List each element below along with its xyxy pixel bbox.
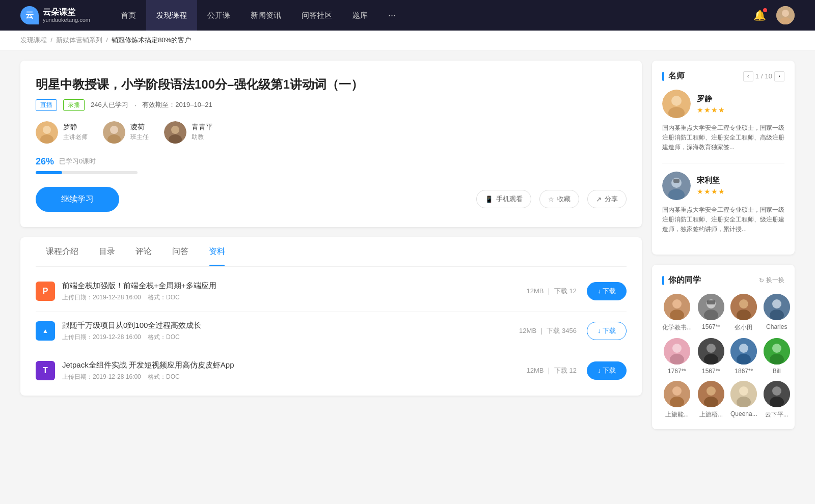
main-layout: 明星中教授课，小学阶段语法100分–强化级第1讲动词（一） 直播 录播 246人… — [0, 50, 815, 450]
nav-quiz[interactable]: 题库 — [342, 0, 378, 31]
sidebar-teacher-2-header: 宋利坚 ★★★★ — [662, 172, 784, 200]
sidebar: 名师 ‹ 1 / 10 › 罗静 ★★★★ — [652, 61, 795, 439]
svg-point-24 — [704, 310, 718, 320]
logo[interactable]: 云 云朵课堂 yunduoketang.com — [20, 6, 90, 24]
nav-open[interactable]: 公开课 — [197, 0, 240, 31]
classmate-8: 上旅能... — [662, 381, 692, 419]
header-right: 🔔 — [753, 6, 795, 24]
resource-item-1: P 前端全栈加强版！前端全栈+全周期+多端应用 上传日期：2019-12-28 … — [36, 272, 627, 312]
classmate-7-avatar — [764, 338, 790, 365]
svg-point-21 — [670, 310, 684, 320]
classmate-2: 张小田 — [730, 294, 757, 332]
svg-point-40 — [737, 354, 751, 365]
resource-item-3: T Jetpack全组件实战 开发短视频应用高仿皮皮虾App 上传日期：2019… — [36, 351, 627, 390]
separator: · — [134, 101, 137, 109]
res-meta-2: 上传日期：2019-12-28 16:00 格式：DOC — [62, 333, 519, 342]
svg-point-7 — [110, 126, 118, 134]
svg-point-46 — [670, 397, 684, 407]
sidebar-teacher-2-avatar — [662, 172, 691, 200]
classmate-4-avatar — [664, 338, 690, 365]
classmates-title-bar — [662, 276, 664, 285]
tab-intro[interactable]: 课程介绍 — [36, 237, 89, 266]
teacher-3-name: 青青平 — [192, 123, 213, 132]
res-stats-2: 12MB ｜ 下载 3456 — [519, 326, 577, 335]
svg-point-42 — [772, 344, 781, 353]
nav-discover[interactable]: 发现课程 — [146, 0, 197, 31]
teacher-1-avatar — [36, 121, 58, 144]
tab-resource[interactable]: 资料 — [199, 237, 235, 266]
svg-point-36 — [707, 344, 716, 353]
teacher-1-role: 主讲老师 — [63, 133, 88, 142]
tab-qa[interactable]: 问答 — [162, 237, 199, 266]
res-icon-2: ▲ — [36, 321, 55, 341]
sidebar-teacher-1: 罗静 ★★★★ 国内某重点大学安全工程专业硕士，国家一级注册消防工程师、注册安全… — [662, 90, 784, 153]
refresh-classmates-btn[interactable]: ↻ 换一换 — [759, 276, 784, 285]
classmate-6-name: 1867** — [730, 368, 757, 375]
sidebar-teacher-1-name: 罗静 — [697, 94, 725, 104]
progress-section: 26% 已学习0课时 — [36, 156, 627, 174]
course-meta: 直播 录播 246人已学习 · 有效期至：2019–10–21 — [36, 99, 627, 111]
teacher-3-avatar — [164, 121, 186, 144]
header: 云 云朵课堂 yunduoketang.com 首页 发现课程 公开课 新闻资讯… — [0, 0, 815, 31]
continue-learning-button[interactable]: 继续学习 — [36, 187, 119, 212]
mobile-icon: 📱 — [485, 195, 493, 203]
classmate-7: Bill — [764, 338, 790, 375]
sidebar-teacher-1-desc: 国内某重点大学安全工程专业硕士，国家一级注册消防工程师、注册安全工程师、高级注册… — [662, 123, 784, 153]
collect-button[interactable]: ☆ 收藏 — [539, 190, 579, 208]
svg-point-54 — [772, 386, 781, 396]
classmates-header: 你的同学 ↻ 换一换 — [662, 275, 784, 286]
breadcrumb-current: 销冠修炼术搞定80%的客户 — [112, 36, 191, 44]
breadcrumb-series[interactable]: 新媒体营销系列 — [56, 36, 102, 44]
tab-review[interactable]: 评论 — [125, 237, 162, 266]
tab-catalog[interactable]: 目录 — [89, 237, 125, 266]
progress-label: 26% 已学习0课时 — [36, 156, 627, 167]
prev-page-btn[interactable]: ‹ — [743, 71, 753, 81]
share-button[interactable]: ↗ 分享 — [587, 190, 627, 208]
resource-list: P 前端全栈加强版！前端全栈+全周期+多端应用 上传日期：2019-12-28 … — [36, 267, 627, 396]
breadcrumb-discover[interactable]: 发现课程 — [20, 36, 47, 44]
valid-date: 有效期至：2019–10–21 — [142, 100, 212, 109]
sidebar-teacher-1-avatar — [662, 90, 691, 118]
nav-more[interactable]: ··· — [378, 0, 406, 31]
star-icon: ☆ — [548, 195, 554, 203]
next-page-btn[interactable]: › — [774, 71, 784, 81]
res-stats-1: 12MB ｜ 下载 12 — [527, 287, 577, 296]
res-info-1: 前端全栈加强版！前端全栈+全周期+多端应用 上传日期：2019-12-28 16… — [62, 281, 527, 302]
teacher-3-info: 青青平 助教 — [192, 123, 213, 142]
tag-record: 录播 — [63, 99, 85, 111]
classmates-grid: 化学教书... 1567** 张小田 — [662, 294, 784, 419]
res-icon-3: T — [36, 361, 55, 380]
classmate-3-name: Charles — [764, 323, 790, 330]
classmate-9-avatar — [698, 381, 724, 407]
nav-home[interactable]: 首页 — [111, 0, 146, 31]
student-count: 246人已学习 — [91, 100, 128, 109]
download-btn-1[interactable]: ↓ 下载 — [587, 282, 627, 300]
nav-news[interactable]: 新闻资讯 — [240, 0, 291, 31]
svg-point-10 — [171, 126, 179, 134]
classmates-sidebar-card: 你的同学 ↻ 换一换 化学教书... 1 — [652, 265, 795, 429]
download-btn-3[interactable]: ↓ 下载 — [587, 361, 627, 380]
logo-icon: 云 — [20, 6, 39, 24]
resource-item-2: ▲ 跟随千万级项目从0到100全过程高效成长 上传日期：2019-12-28 1… — [36, 312, 627, 351]
share-icon: ↗ — [596, 195, 602, 203]
teacher-2-name: 凌荷 — [130, 123, 149, 132]
action-row: 继续学习 📱 手机观看 ☆ 收藏 ↗ 分享 — [36, 187, 627, 212]
sidebar-teacher-2-info: 宋利坚 ★★★★ — [697, 176, 725, 195]
mobile-watch-button[interactable]: 📱 手机观看 — [476, 190, 531, 208]
page-current: 1 — [755, 72, 759, 80]
teacher-2-role: 班主任 — [130, 133, 149, 142]
nav-qa[interactable]: 问答社区 — [291, 0, 342, 31]
res-info-2: 跟随千万级项目从0到100全过程高效成长 上传日期：2019-12-28 16:… — [62, 321, 519, 342]
notification-bell[interactable]: 🔔 — [753, 9, 766, 21]
classmate-11-name: 云下平... — [764, 410, 790, 419]
svg-point-37 — [704, 354, 718, 365]
classmate-5-avatar — [698, 338, 724, 365]
teacher-divider — [662, 163, 784, 163]
svg-point-13 — [671, 96, 682, 106]
sidebar-teacher-2-stars: ★★★★ — [697, 187, 725, 195]
svg-point-55 — [770, 397, 784, 407]
download-btn-2[interactable]: ↓ 下载 — [587, 322, 627, 340]
course-card: 明星中教授课，小学阶段语法100分–强化级第1讲动词（一） 直播 录播 246人… — [20, 61, 642, 227]
user-avatar-header[interactable] — [776, 6, 795, 24]
title-bar-accent — [662, 72, 664, 81]
